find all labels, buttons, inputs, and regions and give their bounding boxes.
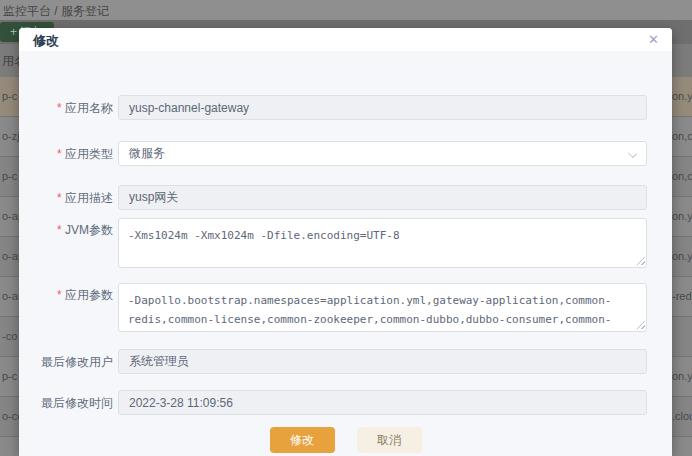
form-row-last-modified-time: 最后修改时间 bbox=[19, 390, 672, 415]
row-param-fragment: on.ym bbox=[672, 250, 692, 262]
breadcrumb-bar: 监控平台 / 服务登记 bbox=[0, 0, 692, 20]
chevron-down-icon bbox=[628, 149, 637, 158]
app-params-label: 应用参数 bbox=[19, 283, 113, 302]
form-row-app-type: 应用类型 微服务 bbox=[19, 141, 672, 166]
last-modified-user-label: 最后修改用户 bbox=[19, 355, 113, 369]
row-name-fragment: p-c bbox=[2, 370, 17, 382]
form-row-jvm-params: JVM参数 -Xms1024m -Xmx1024m -Dfile.encodin… bbox=[19, 218, 672, 268]
app-type-label: 应用类型 bbox=[19, 147, 113, 161]
row-param-fragment: on,co bbox=[672, 170, 692, 182]
row-name-fragment: p-c bbox=[2, 170, 17, 182]
row-name-fragment: o-zj bbox=[2, 130, 20, 142]
app-type-value: 微服务 bbox=[129, 146, 165, 160]
form-row-app-desc: 应用描述 bbox=[19, 185, 672, 210]
form-row-app-params: 应用参数 -Dapollo.bootstrap.namespaces=appli… bbox=[19, 283, 672, 332]
app-desc-label: 应用描述 bbox=[19, 191, 113, 205]
edit-dialog: 修改 ✕ 应用名称 应用类型 微服务 应用描述 JVM参数 bbox=[19, 28, 672, 456]
close-icon[interactable]: ✕ bbox=[648, 32, 659, 47]
cancel-button[interactable]: 取消 bbox=[357, 427, 422, 453]
row-param-fragment: .clou bbox=[672, 410, 692, 422]
app-desc-field[interactable] bbox=[118, 185, 647, 210]
jvm-params-label: JVM参数 bbox=[19, 218, 113, 237]
form-row-last-modified-user: 最后修改用户 bbox=[19, 349, 672, 374]
row-name-fragment: p-c bbox=[2, 90, 17, 102]
app-type-select[interactable]: 微服务 bbox=[118, 141, 647, 166]
row-param-fragment: on.ym bbox=[672, 370, 692, 382]
dialog-footer: 修改 取消 bbox=[19, 427, 672, 453]
dialog-body: 应用名称 应用类型 微服务 应用描述 JVM参数 -Xms1024m -Xmx1… bbox=[19, 51, 672, 453]
dialog-title: 修改 bbox=[33, 32, 59, 50]
last-modified-time-label: 最后修改时间 bbox=[19, 396, 113, 410]
row-name-fragment: -co bbox=[2, 330, 17, 342]
app-name-label: 应用名称 bbox=[19, 101, 113, 115]
row-param-fragment: on.ym bbox=[672, 90, 692, 102]
app-name-field[interactable] bbox=[118, 95, 647, 120]
jvm-params-field[interactable]: -Xms1024m -Xmx1024m -Dfile.encoding=UTF-… bbox=[118, 218, 647, 268]
submit-button[interactable]: 修改 bbox=[270, 427, 335, 453]
breadcrumb: 监控平台 / 服务登记 bbox=[3, 3, 109, 20]
form-row-app-name: 应用名称 bbox=[19, 95, 672, 120]
dialog-header: 修改 ✕ bbox=[19, 28, 672, 51]
row-param-fragment: on.ym bbox=[672, 210, 692, 222]
last-modified-user-field[interactable] bbox=[118, 349, 647, 374]
row-param-fragment: -red bbox=[672, 290, 692, 302]
last-modified-time-field[interactable] bbox=[118, 390, 647, 415]
row-param-fragment: on,co bbox=[672, 130, 692, 142]
app-params-field[interactable]: -Dapollo.bootstrap.namespaces=applicatio… bbox=[118, 283, 647, 332]
